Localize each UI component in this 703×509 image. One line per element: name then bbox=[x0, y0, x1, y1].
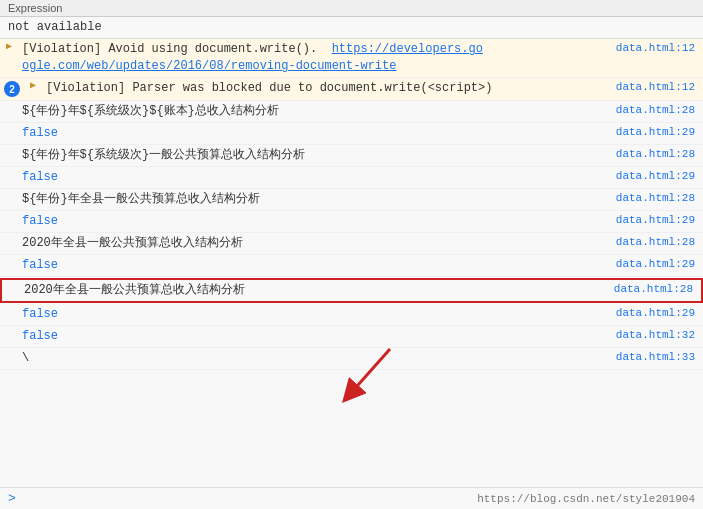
data-row-7: 2020年全县一般公共预算总收入结构分析 data.html:28 bbox=[0, 233, 703, 255]
row-text-10: false bbox=[18, 305, 613, 324]
violation-source-2[interactable]: data.html:12 bbox=[613, 79, 703, 96]
violation-row-1: ▶ [Violation] Avoid using document.write… bbox=[0, 39, 703, 78]
row-source-8[interactable]: data.html:29 bbox=[613, 256, 703, 273]
data-row-10: false data.html:29 bbox=[0, 304, 703, 326]
row-text-5: ${年份}年全县一般公共预算总收入结构分析 bbox=[18, 190, 613, 209]
data-row-12: \ data.html:33 bbox=[0, 348, 703, 370]
data-row-2: false data.html:29 bbox=[0, 123, 703, 145]
data-row-5: ${年份}年全县一般公共预算总收入结构分析 data.html:28 bbox=[0, 189, 703, 211]
bottom-bar: > https://blog.csdn.net/style201904 bbox=[0, 487, 703, 509]
row-source-2[interactable]: data.html:29 bbox=[613, 124, 703, 141]
violation-badge-2: 2 bbox=[4, 81, 20, 97]
row-text-12: \ bbox=[18, 349, 613, 368]
row-source-5[interactable]: data.html:28 bbox=[613, 190, 703, 207]
expression-not-available: not available bbox=[8, 20, 102, 34]
console-prompt[interactable]: > bbox=[8, 491, 16, 506]
row-source-4[interactable]: data.html:29 bbox=[613, 168, 703, 185]
row-source-1[interactable]: data.html:28 bbox=[613, 102, 703, 119]
data-row-1: ${年份}年${系统级次}${账本}总收入结构分析 data.html:28 bbox=[0, 101, 703, 123]
data-row-4: false data.html:29 bbox=[0, 167, 703, 189]
expand-icon-2[interactable]: ▶ bbox=[24, 79, 42, 91]
violation-label-1: [Violation] Avoid using document.write()… bbox=[22, 42, 324, 56]
row-source-7[interactable]: data.html:28 bbox=[613, 234, 703, 251]
page-url: https://blog.csdn.net/style201904 bbox=[477, 493, 695, 505]
devtools-panel: Expression not available ▶ [Violation] A… bbox=[0, 0, 703, 509]
row-text-1: ${年份}年${系统级次}${账本}总收入结构分析 bbox=[18, 102, 613, 121]
row-source-9[interactable]: data.html:28 bbox=[611, 281, 701, 298]
data-row-8: false data.html:29 bbox=[0, 255, 703, 277]
expression-header: Expression bbox=[0, 0, 703, 17]
data-row-11: false data.html:32 bbox=[0, 326, 703, 348]
row-text-4: false bbox=[18, 168, 613, 187]
expression-label: Expression bbox=[8, 2, 62, 14]
row-text-11: false bbox=[18, 327, 613, 346]
violation-label-2: [Violation] Parser was blocked due to do… bbox=[46, 81, 492, 95]
row-text-9: 2020年全县一般公共预算总收入结构分析 bbox=[20, 281, 611, 300]
violation-text-1: [Violation] Avoid using document.write()… bbox=[18, 40, 613, 76]
violation-source-1[interactable]: data.html:12 bbox=[613, 40, 703, 57]
row-text-2: false bbox=[18, 124, 613, 143]
expand-icon-1[interactable]: ▶ bbox=[0, 40, 18, 52]
console-area: ▶ [Violation] Avoid using document.write… bbox=[0, 39, 703, 487]
data-row-6: false data.html:29 bbox=[0, 211, 703, 233]
violation-text-2: [Violation] Parser was blocked due to do… bbox=[42, 79, 613, 98]
row-text-6: false bbox=[18, 212, 613, 231]
row-source-6[interactable]: data.html:29 bbox=[613, 212, 703, 229]
data-row-3: ${年份}年${系统级次}一般公共预算总收入结构分析 data.html:28 bbox=[0, 145, 703, 167]
data-row-9-highlighted: 2020年全县一般公共预算总收入结构分析 data.html:28 bbox=[0, 278, 703, 303]
row-text-8: false bbox=[18, 256, 613, 275]
row-source-12[interactable]: data.html:33 bbox=[613, 349, 703, 366]
row-text-3: ${年份}年${系统级次}一般公共预算总收入结构分析 bbox=[18, 146, 613, 165]
violation-row-2: 2 ▶ [Violation] Parser was blocked due t… bbox=[0, 78, 703, 101]
row-source-3[interactable]: data.html:28 bbox=[613, 146, 703, 163]
row-source-10[interactable]: data.html:29 bbox=[613, 305, 703, 322]
expression-value: not available bbox=[0, 17, 703, 39]
row-text-7: 2020年全县一般公共预算总收入结构分析 bbox=[18, 234, 613, 253]
row-source-11[interactable]: data.html:32 bbox=[613, 327, 703, 344]
